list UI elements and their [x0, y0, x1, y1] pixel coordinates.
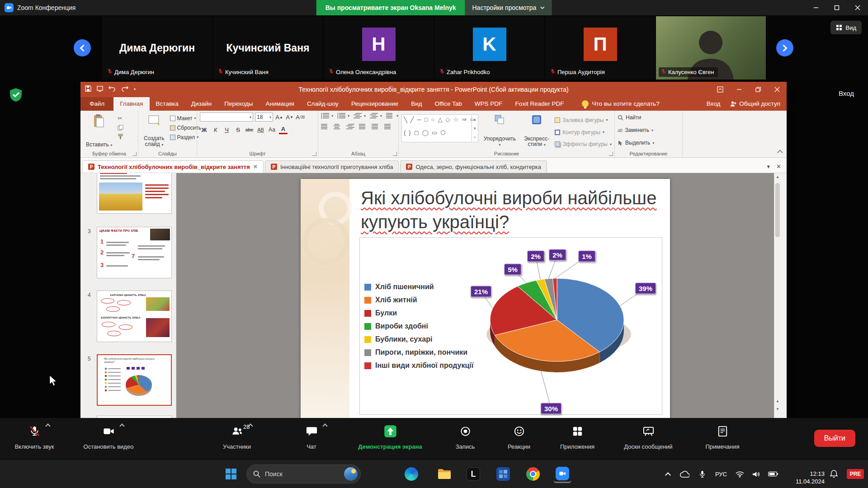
shape-glyph-icon[interactable]: ◯	[422, 129, 429, 141]
vertical-scrollbar[interactable]: ▲ ▲ ▼	[774, 173, 780, 418]
ribbon-tab-3[interactable]: Дизайн	[185, 97, 218, 111]
tell-me-box[interactable]: Что вы хотите сделать?	[582, 100, 659, 111]
slide-thumbnail-2[interactable]	[97, 173, 172, 214]
ribbon-tab-6[interactable]: Слайд-шоу	[301, 97, 345, 111]
strikethrough-abc-button[interactable]: abc	[245, 125, 254, 134]
justify-button[interactable]	[359, 123, 368, 130]
ribbon-tab-2[interactable]: Вставка	[150, 97, 185, 111]
bullets-button[interactable]: ▾	[321, 113, 333, 119]
tray-chevron-up-icon[interactable]	[660, 471, 675, 477]
shapes-gallery[interactable]: ╲╱─□○△◇☆⇒⇦{}◻◯▭⬠▲▼≡	[401, 114, 478, 142]
ribbon-display-options-icon[interactable]	[711, 82, 730, 97]
ppt-sign-in-button[interactable]: Вход	[707, 100, 721, 107]
decrease-indent-button[interactable]: ▾	[354, 113, 366, 119]
participant-tile-3[interactable]: KZahar Prikhodko	[434, 16, 544, 80]
shape-effects-button[interactable]: Эффекты фигуры▾	[555, 139, 612, 149]
onedrive-cloud-icon[interactable]	[675, 471, 693, 478]
line-spacing-button[interactable]: ▾	[386, 113, 398, 119]
start-button[interactable]	[222, 465, 240, 483]
shape-glyph-icon[interactable]: }	[409, 129, 410, 141]
change-case-button[interactable]: Аа	[268, 125, 276, 134]
participant-tile-0[interactable]: Дима ДерюгинДима Дерюгин	[102, 16, 212, 80]
leave-button[interactable]: Выйти	[814, 430, 855, 447]
paste-button[interactable]: Вставить ▾	[83, 113, 115, 149]
section-button[interactable]: Раздел▾	[170, 134, 201, 141]
ppt-close-button[interactable]	[768, 82, 787, 97]
share-toolbar-button[interactable]: Демонстрация экрана	[356, 423, 424, 450]
participant-tile-4[interactable]: ППерша Аудиторія	[545, 16, 655, 80]
chat-toolbar-button[interactable]: Чат	[278, 423, 345, 450]
current-slide[interactable]: Які хлібобулочні вироби найбільше купуют…	[301, 179, 670, 418]
qat-customize-icon[interactable]: ▾	[134, 87, 136, 91]
search-input[interactable]: Поиск	[246, 465, 361, 483]
ppt-restore-button[interactable]	[749, 82, 768, 97]
text-direction-button[interactable]	[384, 123, 393, 130]
taskbar-l-app-icon[interactable]: L	[464, 465, 482, 483]
previous-participants-button[interactable]	[74, 39, 91, 56]
format-painter-button[interactable]	[118, 134, 123, 140]
italic-button[interactable]: К	[211, 125, 220, 134]
participant-tile-2[interactable]: НОлена Олександрівна	[324, 16, 434, 80]
clear-formatting-button[interactable]: А⌫	[296, 113, 305, 122]
undo-icon[interactable]	[108, 85, 116, 94]
ribbon-tab-4[interactable]: Переходы	[218, 97, 259, 111]
numbering-button[interactable]: ▾	[337, 113, 349, 119]
ribbon-tab-5[interactable]: Анимация	[259, 97, 301, 111]
font-color-button[interactable]: А	[279, 125, 288, 134]
participant-tile-5[interactable]: Калусенко Євген	[656, 16, 766, 80]
arrange-button[interactable]: Упорядочить ▾	[481, 113, 519, 149]
font-name-combobox[interactable]: ▾	[200, 113, 253, 122]
slide-thumbnail-4[interactable]: ХАРЧОВА ЦІННІСТЬ ХЛІБА БІОЛОГІЧНА ЦІННІС…	[97, 291, 172, 342]
character-spacing-button[interactable]: АВ	[256, 125, 265, 134]
taskbar-tiles-app-icon[interactable]	[494, 465, 512, 483]
ribbon-tab-9[interactable]: Office Tab	[429, 97, 468, 111]
mic-off-toolbar-button[interactable]: Включить звук	[0, 423, 68, 450]
participant-tile-1[interactable]: Кучинский ВаняКучинский Ваня	[213, 16, 323, 80]
clock[interactable]: 12:13 11.04.2024	[782, 463, 825, 485]
previous-slide-icon[interactable]: ▲	[774, 397, 780, 404]
ribbon-tab-10[interactable]: WPS PDF	[468, 97, 509, 111]
cut-button[interactable]: ✂	[118, 115, 123, 122]
shape-glyph-icon[interactable]: ⇒	[462, 116, 467, 128]
bold-button[interactable]: Ж	[200, 125, 208, 134]
view-button[interactable]: Вид	[830, 21, 862, 34]
next-participants-button[interactable]	[776, 39, 793, 56]
save-icon[interactable]	[85, 85, 91, 94]
align-center-button[interactable]	[334, 123, 342, 130]
quick-styles-button[interactable]: Экспресс-стили ▾	[521, 113, 552, 149]
scroll-up-icon[interactable]: ▲	[774, 173, 780, 180]
chevron-up-icon[interactable]	[322, 423, 327, 428]
ribbon-tab-0[interactable]: Файл	[80, 97, 113, 111]
grow-font-button[interactable]: А▲	[275, 113, 283, 122]
antivirus-shield-icon[interactable]	[9, 88, 23, 104]
minimize-button[interactable]	[806, 0, 826, 15]
document-tab-0[interactable]: PТехнології хлібобулочних виробів_відкри…	[82, 160, 264, 173]
taskbar-explorer-icon[interactable]	[435, 465, 453, 483]
wifi-icon[interactable]	[731, 471, 748, 478]
close-button[interactable]	[847, 0, 868, 15]
shape-fill-button[interactable]: Заливка фигуры▾	[555, 115, 612, 125]
shape-glyph-icon[interactable]: ○	[431, 116, 435, 128]
new-slide-button[interactable]: Создать слайд ▾	[141, 113, 167, 149]
ppt-minimize-button[interactable]	[730, 82, 749, 97]
smiley-toolbar-button[interactable]: Реакции	[485, 423, 553, 450]
shape-glyph-icon[interactable]: ▭	[432, 129, 437, 141]
shape-glyph-icon[interactable]: ─	[417, 116, 421, 128]
scrollbar-thumb[interactable]	[775, 183, 780, 237]
document-tab-2[interactable]: PОдеса, зерно, функціональні хліб, конди…	[400, 160, 547, 173]
document-tab-1[interactable]: PІнноваційні технології приготування хлі…	[265, 160, 399, 173]
shape-glyph-icon[interactable]: ⬠	[440, 129, 445, 141]
redo-icon[interactable]	[121, 85, 128, 94]
board-toolbar-button[interactable]: Доски сообщений	[614, 423, 682, 450]
collapse-ribbon-icon[interactable]	[777, 150, 783, 155]
language-indicator[interactable]: РУС	[711, 471, 731, 478]
taskbar-chrome-icon[interactable]	[524, 465, 542, 483]
strikethrough-button[interactable]: S	[234, 125, 242, 134]
reset-button[interactable]: Сбросить	[170, 125, 201, 131]
chevron-up-icon[interactable]	[119, 423, 124, 428]
preview-icon[interactable]	[97, 85, 103, 94]
doc-tabs-close-icon[interactable]: ✕	[776, 163, 781, 170]
ribbon-tab-1[interactable]: Главная	[113, 97, 149, 111]
shape-glyph-icon[interactable]: ◻	[414, 129, 419, 141]
shape-glyph-icon[interactable]: □	[425, 116, 428, 128]
